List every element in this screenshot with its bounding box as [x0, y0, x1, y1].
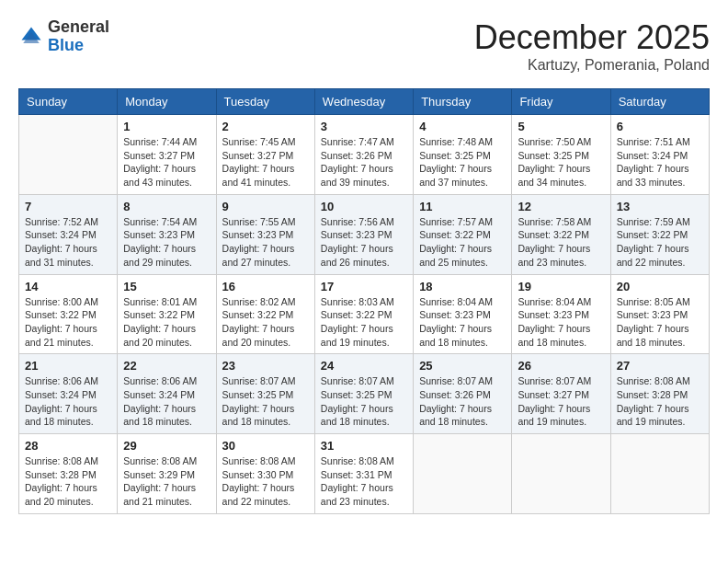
- day-number: 2: [222, 120, 309, 133]
- day-info: Sunrise: 7:47 AM Sunset: 3:26 PM Dayligh…: [321, 135, 407, 190]
- calendar-cell: 24Sunrise: 8:07 AM Sunset: 3:25 PM Dayli…: [314, 354, 413, 434]
- day-info: Sunrise: 7:45 AM Sunset: 3:27 PM Dayligh…: [222, 135, 309, 190]
- logo-icon: [18, 24, 44, 50]
- day-info: Sunrise: 8:08 AM Sunset: 3:28 PM Dayligh…: [25, 454, 111, 509]
- day-number: 14: [25, 280, 111, 293]
- calendar-cell: 31Sunrise: 8:08 AM Sunset: 3:31 PM Dayli…: [314, 434, 413, 514]
- day-info: Sunrise: 7:56 AM Sunset: 3:23 PM Dayligh…: [321, 215, 407, 270]
- day-info: Sunrise: 7:59 AM Sunset: 3:22 PM Dayligh…: [617, 215, 703, 270]
- calendar-cell: 13Sunrise: 7:59 AM Sunset: 3:22 PM Dayli…: [610, 194, 709, 274]
- calendar-cell: 11Sunrise: 7:57 AM Sunset: 3:22 PM Dayli…: [414, 194, 512, 274]
- day-number: 19: [518, 280, 604, 293]
- day-number: 8: [123, 200, 210, 213]
- day-info: Sunrise: 8:04 AM Sunset: 3:23 PM Dayligh…: [518, 295, 604, 350]
- calendar-header-friday: Friday: [512, 89, 610, 115]
- day-info: Sunrise: 7:52 AM Sunset: 3:24 PM Dayligh…: [25, 215, 111, 270]
- day-number: 24: [321, 359, 407, 373]
- location: Kartuzy, Pomerania, Poland: [474, 57, 710, 74]
- calendar-cell: 18Sunrise: 8:04 AM Sunset: 3:23 PM Dayli…: [414, 274, 512, 354]
- day-info: Sunrise: 8:04 AM Sunset: 3:23 PM Dayligh…: [419, 295, 506, 350]
- calendar-cell: 30Sunrise: 8:08 AM Sunset: 3:30 PM Dayli…: [216, 434, 314, 514]
- calendar-week-row: 21Sunrise: 8:06 AM Sunset: 3:24 PM Dayli…: [19, 354, 710, 434]
- day-info: Sunrise: 8:00 AM Sunset: 3:22 PM Dayligh…: [25, 295, 111, 350]
- calendar-cell: 15Sunrise: 8:01 AM Sunset: 3:22 PM Dayli…: [118, 274, 216, 354]
- calendar-cell: 12Sunrise: 7:58 AM Sunset: 3:22 PM Dayli…: [512, 194, 610, 274]
- day-number: 6: [617, 120, 703, 133]
- title-area: December 2025 Kartuzy, Pomerania, Poland: [474, 18, 710, 74]
- calendar-cell: 6Sunrise: 7:51 AM Sunset: 3:24 PM Daylig…: [610, 115, 709, 195]
- logo: General Blue: [18, 18, 109, 55]
- day-number: 22: [123, 359, 210, 373]
- day-number: 28: [25, 439, 111, 453]
- day-number: 13: [617, 200, 703, 213]
- day-number: 1: [123, 120, 210, 133]
- calendar-cell: 29Sunrise: 8:08 AM Sunset: 3:29 PM Dayli…: [118, 434, 216, 514]
- day-info: Sunrise: 8:06 AM Sunset: 3:24 PM Dayligh…: [123, 374, 210, 429]
- calendar-cell: 2Sunrise: 7:45 AM Sunset: 3:27 PM Daylig…: [216, 115, 314, 195]
- calendar-cell: 3Sunrise: 7:47 AM Sunset: 3:26 PM Daylig…: [314, 115, 413, 195]
- calendar-week-row: 28Sunrise: 8:08 AM Sunset: 3:28 PM Dayli…: [19, 434, 710, 514]
- day-number: 5: [518, 120, 604, 133]
- calendar-header-monday: Monday: [118, 89, 216, 115]
- calendar-cell: 25Sunrise: 8:07 AM Sunset: 3:26 PM Dayli…: [414, 354, 512, 434]
- calendar-cell: 5Sunrise: 7:50 AM Sunset: 3:25 PM Daylig…: [512, 115, 610, 195]
- calendar-cell: 4Sunrise: 7:48 AM Sunset: 3:25 PM Daylig…: [414, 115, 512, 195]
- day-number: 11: [419, 200, 506, 213]
- day-number: 16: [222, 280, 309, 293]
- day-info: Sunrise: 8:05 AM Sunset: 3:23 PM Dayligh…: [617, 295, 703, 350]
- calendar-table: SundayMondayTuesdayWednesdayThursdayFrid…: [18, 88, 710, 514]
- day-number: 9: [222, 200, 309, 213]
- day-number: 10: [321, 200, 407, 213]
- calendar-cell: 21Sunrise: 8:06 AM Sunset: 3:24 PM Dayli…: [19, 354, 118, 434]
- page-header: General Blue December 2025 Kartuzy, Pome…: [18, 18, 710, 74]
- calendar-cell: 20Sunrise: 8:05 AM Sunset: 3:23 PM Dayli…: [610, 274, 709, 354]
- calendar-cell: 28Sunrise: 8:08 AM Sunset: 3:28 PM Dayli…: [19, 434, 118, 514]
- day-info: Sunrise: 7:51 AM Sunset: 3:24 PM Dayligh…: [617, 135, 703, 190]
- day-info: Sunrise: 7:50 AM Sunset: 3:25 PM Dayligh…: [518, 135, 604, 190]
- calendar-cell: 23Sunrise: 8:07 AM Sunset: 3:25 PM Dayli…: [216, 354, 314, 434]
- day-info: Sunrise: 8:08 AM Sunset: 3:29 PM Dayligh…: [123, 454, 210, 509]
- calendar-cell: 14Sunrise: 8:00 AM Sunset: 3:22 PM Dayli…: [19, 274, 118, 354]
- day-info: Sunrise: 8:08 AM Sunset: 3:28 PM Dayligh…: [617, 374, 703, 429]
- calendar-cell: [414, 434, 512, 514]
- logo-text: General Blue: [48, 18, 109, 55]
- calendar-header-row: SundayMondayTuesdayWednesdayThursdayFrid…: [19, 89, 710, 115]
- day-number: 26: [518, 359, 604, 373]
- day-number: 18: [419, 280, 506, 293]
- day-number: 7: [25, 200, 111, 213]
- day-number: 23: [222, 359, 309, 373]
- day-info: Sunrise: 8:07 AM Sunset: 3:26 PM Dayligh…: [419, 374, 506, 429]
- day-number: 12: [518, 200, 604, 213]
- day-number: 15: [123, 280, 210, 293]
- calendar-header-sunday: Sunday: [19, 89, 118, 115]
- day-number: 20: [617, 280, 703, 293]
- day-info: Sunrise: 8:02 AM Sunset: 3:22 PM Dayligh…: [222, 295, 309, 350]
- day-info: Sunrise: 8:07 AM Sunset: 3:25 PM Dayligh…: [321, 374, 407, 429]
- day-info: Sunrise: 8:07 AM Sunset: 3:25 PM Dayligh…: [222, 374, 309, 429]
- calendar-cell: 8Sunrise: 7:54 AM Sunset: 3:23 PM Daylig…: [118, 194, 216, 274]
- day-info: Sunrise: 8:03 AM Sunset: 3:22 PM Dayligh…: [321, 295, 407, 350]
- calendar-cell: 1Sunrise: 7:44 AM Sunset: 3:27 PM Daylig…: [118, 115, 216, 195]
- day-info: Sunrise: 7:57 AM Sunset: 3:22 PM Dayligh…: [419, 215, 506, 270]
- day-info: Sunrise: 8:01 AM Sunset: 3:22 PM Dayligh…: [123, 295, 210, 350]
- day-number: 4: [419, 120, 506, 133]
- calendar-cell: 17Sunrise: 8:03 AM Sunset: 3:22 PM Dayli…: [314, 274, 413, 354]
- calendar-cell: 22Sunrise: 8:06 AM Sunset: 3:24 PM Dayli…: [118, 354, 216, 434]
- calendar-cell: [512, 434, 610, 514]
- day-info: Sunrise: 7:48 AM Sunset: 3:25 PM Dayligh…: [419, 135, 506, 190]
- day-info: Sunrise: 8:06 AM Sunset: 3:24 PM Dayligh…: [25, 374, 111, 429]
- day-info: Sunrise: 8:07 AM Sunset: 3:27 PM Dayligh…: [518, 374, 604, 429]
- day-info: Sunrise: 7:55 AM Sunset: 3:23 PM Dayligh…: [222, 215, 309, 270]
- day-info: Sunrise: 8:08 AM Sunset: 3:31 PM Dayligh…: [321, 454, 407, 509]
- day-number: 25: [419, 359, 506, 373]
- day-info: Sunrise: 8:08 AM Sunset: 3:30 PM Dayligh…: [222, 454, 309, 509]
- day-number: 21: [25, 359, 111, 373]
- calendar-cell: 7Sunrise: 7:52 AM Sunset: 3:24 PM Daylig…: [19, 194, 118, 274]
- calendar-cell: 27Sunrise: 8:08 AM Sunset: 3:28 PM Dayli…: [610, 354, 709, 434]
- day-info: Sunrise: 7:58 AM Sunset: 3:22 PM Dayligh…: [518, 215, 604, 270]
- calendar-cell: [19, 115, 118, 195]
- day-number: 3: [321, 120, 407, 133]
- calendar-week-row: 7Sunrise: 7:52 AM Sunset: 3:24 PM Daylig…: [19, 194, 710, 274]
- calendar-week-row: 14Sunrise: 8:00 AM Sunset: 3:22 PM Dayli…: [19, 274, 710, 354]
- day-number: 30: [222, 439, 309, 453]
